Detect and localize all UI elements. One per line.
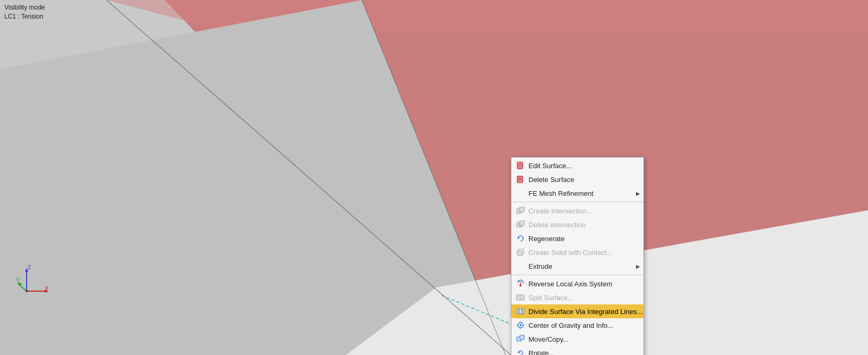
- delete-intersection-icon: [516, 220, 525, 229]
- rotate-icon: [516, 348, 525, 355]
- svg-rect-18: [517, 162, 523, 169]
- reverse-axis-icon: [516, 279, 525, 288]
- center-of-gravity-label: Center of Gravity and Info...: [528, 321, 639, 329]
- rotate-label: Rotate...: [528, 349, 639, 356]
- edit-surface-label: Edit Surface...: [528, 162, 639, 170]
- menu-item-create-solid: Create Solid with Contact...: [511, 245, 643, 259]
- divide-surface-label: Divide Surface Via Integrated Lines...: [528, 308, 642, 316]
- svg-marker-29: [518, 237, 520, 239]
- svg-marker-2: [106, 0, 868, 29]
- move-copy-icon: [516, 334, 525, 344]
- menu-item-rotate[interactable]: Rotate...: [511, 346, 643, 355]
- create-solid-icon: [516, 247, 525, 257]
- menu-separator-7: [511, 275, 643, 275]
- axis-widget: Z X Y: [16, 265, 48, 296]
- fe-mesh-refinement-label: FE Mesh Refinement: [528, 189, 639, 197]
- delete-surface-icon: [516, 175, 525, 184]
- extrude-arrow-icon: ▶: [636, 263, 640, 269]
- menu-separator-2: [511, 202, 643, 202]
- center-of-gravity-icon: [516, 320, 525, 330]
- regenerate-label: Regenerate: [528, 235, 639, 243]
- svg-rect-46: [520, 335, 524, 340]
- regenerate-icon: [516, 234, 525, 243]
- split-surface-label: Split Surface...: [528, 294, 639, 302]
- svg-marker-47: [518, 351, 520, 353]
- edit-surface-icon: [516, 161, 525, 170]
- menu-item-fe-mesh-refinement[interactable]: FE Mesh Refinement▶: [511, 186, 643, 200]
- extrude-label: Extrude: [528, 262, 639, 270]
- move-copy-label: Move/Copy...: [528, 335, 639, 343]
- reverse-axis-label: Reverse Local Axis System: [528, 280, 639, 288]
- svg-point-17: [26, 290, 28, 292]
- svg-text:Y: Y: [16, 277, 20, 283]
- svg-text:Z: Z: [28, 265, 31, 270]
- svg-rect-30: [517, 251, 522, 255]
- menu-item-divide-surface[interactable]: Divide Surface Via Integrated Lines...: [511, 304, 643, 318]
- menu-item-split-surface: Split Surface...: [511, 291, 643, 304]
- menu-item-delete-surface[interactable]: Delete Surface: [511, 172, 643, 186]
- menu-item-center-of-gravity[interactable]: Center of Gravity and Info...: [511, 318, 643, 332]
- create-intersection-label: Create Intersection...: [528, 207, 639, 215]
- create-solid-label: Create Solid with Contact...: [528, 249, 639, 257]
- menu-item-edit-surface[interactable]: Edit Surface...: [511, 159, 643, 172]
- menu-item-move-copy[interactable]: Move/Copy...: [511, 332, 643, 346]
- divide-surface-icon: [516, 307, 525, 316]
- svg-point-40: [519, 324, 522, 326]
- delete-surface-label: Delete Surface: [528, 176, 639, 184]
- delete-intersection-label: Delete intersection: [528, 221, 639, 229]
- svg-rect-36: [517, 309, 524, 314]
- svg-marker-33: [519, 285, 522, 287]
- menu-item-reverse-axis[interactable]: Reverse Local Axis System: [511, 277, 643, 291]
- svg-rect-25: [519, 207, 524, 212]
- menu-item-create-intersection: Create Intersection...: [511, 204, 643, 218]
- split-surface-icon: [516, 293, 525, 302]
- svg-text:X: X: [45, 285, 48, 291]
- create-intersection-icon: [516, 206, 525, 216]
- fe-mesh-refinement-icon: [516, 188, 525, 198]
- menu-item-regenerate[interactable]: Regenerate: [511, 232, 643, 245]
- context-menu: Edit Surface...Delete SurfaceFE Mesh Ref…: [511, 157, 644, 355]
- fe-mesh-refinement-arrow-icon: ▶: [636, 191, 640, 196]
- menu-item-extrude[interactable]: Extrude▶: [511, 259, 643, 273]
- extrude-icon: [516, 261, 525, 271]
- menu-item-delete-intersection: Delete intersection: [511, 218, 643, 232]
